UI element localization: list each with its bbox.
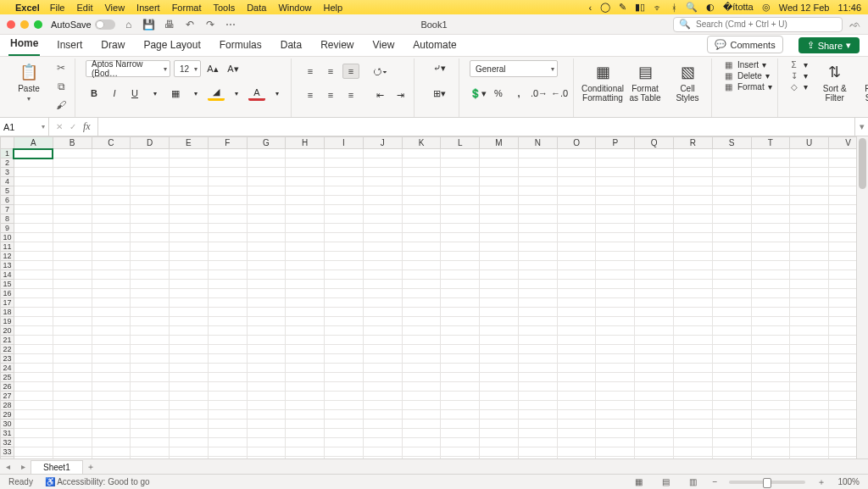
cell-R1[interactable]	[673, 149, 712, 158]
cell-O29[interactable]	[557, 410, 596, 420]
row-header-20[interactable]: 20	[1, 326, 14, 336]
cell-G28[interactable]	[247, 401, 286, 410]
row-header-13[interactable]: 13	[1, 261, 14, 270]
fill-color-button[interactable]: ◢	[208, 86, 225, 101]
cell-U17[interactable]	[790, 298, 829, 308]
cell-U28[interactable]	[790, 401, 829, 410]
enter-formula-icon[interactable]: ✓	[70, 122, 76, 131]
cell-N11[interactable]	[518, 242, 557, 252]
cell-H29[interactable]	[286, 410, 325, 420]
cell-N20[interactable]	[518, 326, 557, 336]
cell-R26[interactable]	[673, 382, 712, 392]
cell-H24[interactable]	[286, 364, 325, 373]
cell-C17[interactable]	[92, 298, 131, 308]
cell-E16[interactable]	[170, 289, 209, 298]
row-header-2[interactable]: 2	[1, 158, 14, 168]
cell-Q11[interactable]	[635, 242, 674, 252]
find-select-button[interactable]: 🔍 Find & Select	[859, 60, 868, 103]
cell-T31[interactable]	[751, 429, 790, 438]
cell-L22[interactable]	[441, 345, 480, 354]
cell-M7[interactable]	[480, 205, 519, 214]
cell-I19[interactable]	[325, 317, 364, 326]
row-header-3[interactable]: 3	[1, 168, 14, 177]
row-header-27[interactable]: 27	[1, 392, 14, 401]
cell-F5[interactable]	[208, 186, 247, 196]
cell-Q5[interactable]	[635, 186, 674, 196]
cell-L34[interactable]	[441, 457, 480, 459]
expand-formula-bar-icon[interactable]: ▾	[854, 118, 868, 136]
cell-C5[interactable]	[92, 186, 131, 196]
cell-O18[interactable]	[557, 308, 596, 317]
cell-K6[interactable]	[402, 196, 441, 205]
cell-R25[interactable]	[673, 373, 712, 382]
cell-G19[interactable]	[247, 317, 286, 326]
cell-N13[interactable]	[518, 261, 557, 270]
column-header-C[interactable]: C	[92, 137, 131, 149]
cell-T32[interactable]	[751, 438, 790, 447]
cell-G5[interactable]	[247, 186, 286, 196]
cell-U18[interactable]	[790, 308, 829, 317]
autosave-toggle[interactable]	[95, 19, 115, 30]
cell-N24[interactable]	[518, 364, 557, 373]
cell-B18[interactable]	[53, 308, 92, 317]
cell-F6[interactable]	[208, 196, 247, 205]
cell-T5[interactable]	[751, 186, 790, 196]
cell-H8[interactable]	[286, 214, 325, 224]
cell-S3[interactable]	[712, 168, 751, 177]
cut-button[interactable]: ✂	[53, 60, 70, 75]
cell-G6[interactable]	[247, 196, 286, 205]
cell-S32[interactable]	[712, 438, 751, 447]
cell-I10[interactable]	[325, 233, 364, 242]
cell-C11[interactable]	[92, 242, 131, 252]
row-header-5[interactable]: 5	[1, 186, 14, 196]
cell-O32[interactable]	[557, 438, 596, 447]
cell-B12[interactable]	[53, 252, 92, 261]
tab-home[interactable]: Home	[8, 34, 40, 56]
decrease-decimal-button[interactable]: ←.0	[551, 86, 568, 101]
format-cells-button[interactable]: ▦Format▾	[722, 82, 772, 92]
cell-R34[interactable]	[673, 457, 712, 459]
cell-H5[interactable]	[286, 186, 325, 196]
cell-J30[interactable]	[363, 420, 402, 429]
cell-J18[interactable]	[363, 308, 402, 317]
cell-O22[interactable]	[557, 345, 596, 354]
cell-N15[interactable]	[518, 280, 557, 289]
cell-G15[interactable]	[247, 280, 286, 289]
cell-A29[interactable]	[14, 410, 53, 420]
cell-K12[interactable]	[402, 252, 441, 261]
cell-Q22[interactable]	[635, 345, 674, 354]
cell-S30[interactable]	[712, 420, 751, 429]
cell-S2[interactable]	[712, 158, 751, 168]
cell-L20[interactable]	[441, 326, 480, 336]
cell-P10[interactable]	[596, 233, 635, 242]
cell-A27[interactable]	[14, 392, 53, 401]
cell-P17[interactable]	[596, 298, 635, 308]
cell-M5[interactable]	[480, 186, 519, 196]
cell-C20[interactable]	[92, 326, 131, 336]
cell-H6[interactable]	[286, 196, 325, 205]
cell-F3[interactable]	[208, 168, 247, 177]
cell-L9[interactable]	[441, 224, 480, 233]
cell-F10[interactable]	[208, 233, 247, 242]
cell-N32[interactable]	[518, 438, 557, 447]
cell-A4[interactable]	[14, 177, 53, 186]
cell-K20[interactable]	[402, 326, 441, 336]
cell-T25[interactable]	[751, 373, 790, 382]
cell-M25[interactable]	[480, 373, 519, 382]
cell-Q24[interactable]	[635, 364, 674, 373]
cell-B33[interactable]	[53, 447, 92, 457]
cell-B30[interactable]	[53, 420, 92, 429]
cell-M9[interactable]	[480, 224, 519, 233]
cell-U32[interactable]	[790, 438, 829, 447]
cell-J7[interactable]	[363, 205, 402, 214]
cell-T22[interactable]	[751, 345, 790, 354]
cell-G18[interactable]	[247, 308, 286, 317]
cell-S5[interactable]	[712, 186, 751, 196]
search-box[interactable]: 🔍	[673, 17, 843, 32]
cell-D3[interactable]	[131, 168, 170, 177]
cell-P23[interactable]	[596, 354, 635, 364]
cell-N14[interactable]	[518, 270, 557, 280]
cell-M16[interactable]	[480, 289, 519, 298]
cell-N1[interactable]	[518, 149, 557, 158]
cell-S29[interactable]	[712, 410, 751, 420]
